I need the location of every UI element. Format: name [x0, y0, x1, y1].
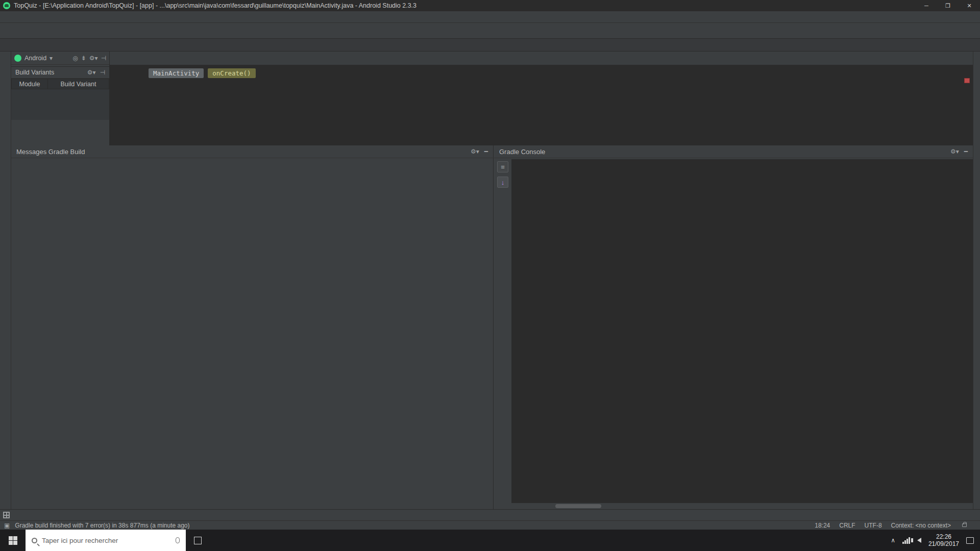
chevron-down-icon[interactable]: ▾: [50, 55, 53, 62]
windows-logo-icon: [9, 536, 17, 545]
gear-icon[interactable]: ⚙▾: [87, 69, 96, 76]
terminal-icon[interactable]: ▣: [4, 522, 10, 529]
taskbar-search-box[interactable]: Taper ici pour rechercher: [26, 530, 186, 551]
context-indicator[interactable]: Context: <no context>: [891, 522, 951, 529]
task-view-button[interactable]: [186, 530, 209, 551]
messages-panel-header: Messages Gradle Build ⚙▾ ━: [11, 145, 493, 158]
soft-wrap-icon[interactable]: ≡: [497, 161, 508, 172]
tool-window-bar: [0, 509, 980, 520]
hide-panel-icon[interactable]: ⊣: [100, 69, 105, 76]
console-output[interactable]: [511, 159, 973, 503]
build-variants-empty-area: [11, 89, 109, 120]
tray-time: 22:26: [928, 533, 959, 540]
minimize-panel-icon[interactable]: ━: [484, 148, 488, 155]
class-chip[interactable]: MainActivity: [149, 68, 204, 78]
maximize-button[interactable]: ❐: [937, 0, 959, 11]
messages-panel-title: Messages Gradle Build: [16, 148, 85, 156]
build-variants-title: Build Variants: [15, 69, 54, 76]
editor-tabs: [110, 52, 973, 65]
hide-panel-icon[interactable]: ⊣: [101, 55, 106, 62]
project-toolbar: Android ▾ ◎ ⇟ ⚙▾ ⊣: [11, 52, 109, 65]
method-chip[interactable]: onCreate(): [208, 68, 255, 78]
gradle-console-header: Gradle Console ⚙▾ ━: [494, 145, 973, 158]
gradle-console-title: Gradle Console: [499, 148, 545, 156]
column-header-module[interactable]: Module: [12, 79, 48, 89]
microphone-icon[interactable]: [176, 537, 180, 543]
menu-bar: [0, 11, 980, 23]
column-header-variant[interactable]: Build Variant: [48, 79, 109, 89]
console-toolbar: ≡ ↓: [494, 159, 511, 509]
split-icon[interactable]: ⇟: [81, 55, 86, 62]
messages-panel: Messages Gradle Build ⚙▾ ━: [11, 145, 494, 509]
left-tool-strip: [0, 52, 11, 509]
system-tray: ∧ 22:26 21/09/2017: [891, 530, 980, 551]
gradle-console-panel: Gradle Console ⚙▾ ━ ≡ ↓: [494, 145, 973, 509]
window-title: TopQuiz - [E:\Application Android\TopQui…: [14, 2, 416, 9]
gear-icon[interactable]: ⚙▾: [471, 148, 479, 155]
tray-date: 21/09/2017: [928, 540, 959, 547]
android-icon: [14, 55, 21, 62]
right-tool-strip: [973, 52, 980, 509]
volume-icon[interactable]: [917, 538, 921, 543]
editor-breadcrumb-chips: MainActivity onCreate(): [110, 65, 973, 80]
horizontal-scrollbar[interactable]: [555, 504, 601, 508]
caret-position[interactable]: 18:24: [815, 522, 830, 529]
gear-icon[interactable]: ⚙▾: [950, 148, 959, 155]
windows-taskbar: Taper ici pour rechercher ∧ 22:26 21/09/…: [0, 530, 980, 551]
task-view-icon: [194, 537, 202, 544]
action-center-icon[interactable]: [966, 537, 974, 544]
scroll-to-end-icon[interactable]: ↓: [497, 177, 508, 188]
android-studio-app-icon: [3, 2, 10, 9]
build-variants-header: Build Variants ⚙▾ ⊣: [11, 66, 109, 79]
search-icon: [32, 538, 37, 543]
minimize-button[interactable]: ─: [916, 0, 937, 11]
locate-icon[interactable]: ◎: [72, 55, 78, 62]
status-bar: ▣ Gradle build finished with 7 error(s) …: [0, 520, 980, 530]
line-separator[interactable]: CRLF: [839, 522, 855, 529]
build-variants-table: Module Build Variant: [11, 79, 109, 89]
editor-area: MainActivity onCreate(): [110, 52, 973, 145]
project-view-selector[interactable]: Android: [24, 55, 46, 62]
status-message[interactable]: Gradle build finished with 7 error(s) in…: [15, 522, 189, 529]
tool-windows-grid-icon[interactable]: [3, 512, 10, 518]
project-panel: Android ▾ ◎ ⇟ ⚙▾ ⊣ Build Variants ⚙▾ ⊣ M…: [11, 52, 110, 145]
search-placeholder: Taper ici pour rechercher: [42, 537, 118, 544]
file-encoding[interactable]: UTF-8: [865, 522, 882, 529]
close-button[interactable]: ✕: [959, 0, 980, 11]
android-studio-window: TopQuiz - [E:\Application Android\TopQui…: [0, 0, 980, 551]
minimize-panel-icon[interactable]: ━: [964, 148, 968, 155]
error-stripe-mark[interactable]: [964, 78, 970, 83]
title-bar: TopQuiz - [E:\Application Android\TopQui…: [0, 0, 980, 11]
window-controls: ─❐✕: [916, 0, 980, 11]
tray-clock[interactable]: 22:26 21/09/2017: [928, 533, 959, 547]
hidden-icons-chevron[interactable]: ∧: [891, 537, 895, 544]
start-button[interactable]: [0, 530, 26, 551]
gear-icon[interactable]: ⚙▾: [89, 55, 98, 62]
lock-icon[interactable]: [962, 523, 967, 527]
network-icon[interactable]: [902, 537, 910, 544]
breadcrumb: [0, 39, 980, 52]
messages-list: [30, 159, 493, 509]
main-toolbar: [0, 23, 980, 39]
